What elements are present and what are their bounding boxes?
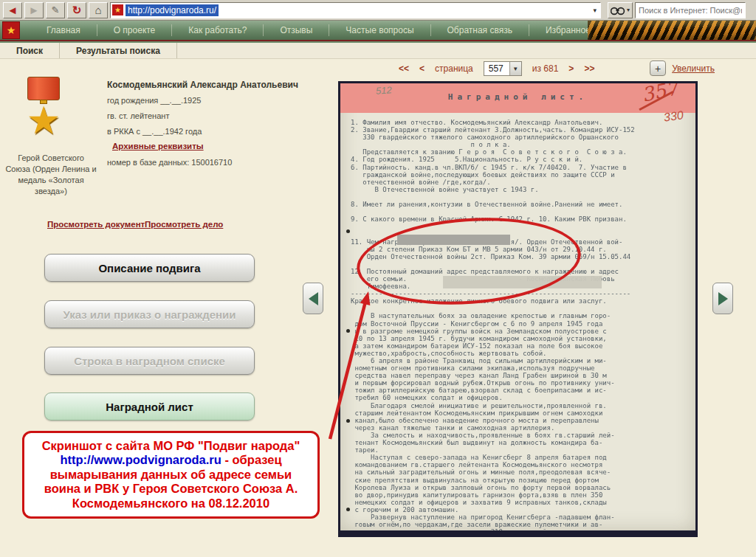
nav-menu-item[interactable]: О проекте <box>97 24 173 36</box>
edit-icon[interactable]: ✎ <box>46 2 65 18</box>
last-page-button[interactable]: >> <box>584 63 594 74</box>
document-line: В Отечественной войне участвует с 1943 г… <box>351 186 695 193</box>
document-line: требил 60 немецких солдат и офицеров. <box>351 394 695 401</box>
document-line: Благодаря смелой инициативе и решительно… <box>351 402 695 409</box>
hole-punch <box>346 329 350 333</box>
page-label: страница <box>435 63 473 74</box>
document-line <box>351 208 695 215</box>
hero-name: Космодемьянский Александр Анатольевич <box>107 80 298 90</box>
feat-description-button[interactable]: Описание подвига <box>44 254 255 282</box>
archive-details-link[interactable]: Архивные реквизиты <box>112 142 204 151</box>
url-dropdown-icon[interactable]: ▾ <box>591 7 599 14</box>
first-page-button[interactable]: << <box>399 63 409 74</box>
nav-menu: ГлавнаяО проектеКак работать?ОтзывыЧасты… <box>30 21 660 40</box>
award-sheet-scan: Наградной лист. 512 357 330 1. Фамилия и… <box>338 81 698 537</box>
nav-menu-item[interactable]: Отзывы <box>264 24 329 36</box>
arrow-left-icon <box>309 292 318 305</box>
redaction-box-rvk <box>397 235 510 245</box>
document-line: 6. Партийность. канд.в чл.ВКП/б/ с 1945 … <box>351 164 695 171</box>
document-line: 12. Постоянный домашний адрес представля… <box>351 268 695 275</box>
document-line: а затем командиром батареи ИСУ-152 показ… <box>351 342 695 350</box>
site-favicon-icon: ★ <box>112 4 123 15</box>
page-total-label: из 681 <box>532 63 559 74</box>
hero-rank: гв. ст. лейтенант <box>107 111 169 120</box>
document-line: старшим лейтенантом Космодемьянским прик… <box>351 409 695 417</box>
site-navbar: ★ ГлавнаяО проектеКак работать?ОтзывыЧас… <box>0 21 756 40</box>
document-line: канал,было обеспечено наведение прочного… <box>351 417 695 424</box>
st-george-ribbon <box>588 21 756 40</box>
award-sheet-button[interactable]: Наградной лист <box>44 392 255 421</box>
nav-menu-item[interactable]: Главная <box>30 24 97 36</box>
tab-search-results[interactable]: Результаты поиска <box>60 43 177 58</box>
document-line: мужество,храбрость,способность жертвоват… <box>351 350 695 357</box>
document-line <box>351 305 695 312</box>
decree-button[interactable]: Указ или приказ о награждении <box>44 300 255 328</box>
search-area: ▾ <box>608 2 746 18</box>
document-line: гражданской войне,последующих боевых дей… <box>351 171 695 179</box>
document-line: и первым форсировал водный рубеж.Открыв … <box>351 379 695 387</box>
document-line: 4. Год рождения. 1925 5.Национальность. … <box>351 156 695 163</box>
document-line: через канал тяжелые танки и самоходная а… <box>351 424 695 432</box>
gold-star-medal-image: ★ <box>22 77 65 148</box>
next-page-button[interactable]: > <box>568 63 574 74</box>
nav-menu-item[interactable]: Обратная связь <box>431 24 529 36</box>
zoom-in-link[interactable]: Увеличить <box>672 63 715 74</box>
document-line: средства навел переправу через канал Лан… <box>351 372 695 379</box>
document-line: томатчики оказал серьезную помощь 319 ст… <box>351 528 695 536</box>
address-bar[interactable]: ★ http://podvignaroda.ru/ ▾ <box>110 2 601 18</box>
refresh-icon[interactable]: ↻ <box>67 2 86 18</box>
medal-ribbon <box>27 77 60 100</box>
view-document-link[interactable]: Просмотреть документ <box>47 220 145 229</box>
tab-search[interactable]: Поиск <box>0 43 60 58</box>
document-line: нометным огнем противника силами экипажа… <box>351 364 695 372</box>
redaction-box-address <box>443 276 602 288</box>
arrow-right-icon <box>718 292 728 305</box>
document-line: 8. Имеет ли ранения,контузии в Отечестве… <box>351 201 695 208</box>
document-line: Развернув наступление на пригород Кенигс… <box>351 513 695 521</box>
document-line <box>351 193 695 201</box>
document-line: За смелость и находчивость,проявленные в… <box>351 432 695 439</box>
pager: << < страница 557 ▼ из 681 > >> <box>399 61 594 76</box>
document-line: 2. Звание,Гвардии старший лейтенант 3.До… <box>351 126 695 134</box>
gold-star-icon: ★ <box>22 101 65 139</box>
handwritten-page-number: 512 <box>376 84 393 96</box>
web-search-input[interactable] <box>635 2 746 18</box>
view-case-link[interactable]: Просмотреть дело <box>145 220 223 229</box>
hero-rkka: в РККА с __.__.1942 года <box>107 127 202 136</box>
hole-punch <box>346 508 350 511</box>
hero-birth: год рождения __.__.1925 <box>107 96 201 105</box>
nav-menu-item[interactable]: Как работать? <box>172 24 264 36</box>
document-line: Представляется к званию Г е р о я С о в … <box>351 148 695 156</box>
document-line: говым огнём,по чердакам,где засели враже… <box>351 521 695 528</box>
prev-image-button[interactable] <box>303 283 323 314</box>
document-line: и в разгроме немецкой группы войск на Зе… <box>351 328 695 335</box>
page-select[interactable]: 557 ▼ <box>484 61 522 76</box>
document-line: 330 гвардейского тяжелого самоходного ар… <box>351 134 695 141</box>
url-text[interactable]: http://podvignaroda.ru/ <box>126 4 219 16</box>
binoculars-dropdown-icon[interactable]: ▾ <box>627 7 630 13</box>
back-icon[interactable]: ◄ <box>3 2 22 18</box>
document-line <box>351 223 695 230</box>
next-image-button[interactable] <box>712 283 733 314</box>
site-logo-icon[interactable]: ★ <box>2 21 20 39</box>
binoculars-icon[interactable]: ▾ <box>608 2 633 18</box>
document-line <box>351 260 695 268</box>
document-line: с горючим и 200 автомашин. <box>351 506 695 513</box>
page-select-arrow-icon[interactable]: ▼ <box>509 62 521 75</box>
medal-caption: Герой Советского Союза (Орден Ленина и м… <box>4 153 97 196</box>
document-line: 9. С какого времени в Красной Армии. С 1… <box>351 215 695 223</box>
database-number: номер в базе данных: 150016710 <box>107 158 232 167</box>
award-list-row-button[interactable]: Строка в наградном списке <box>44 347 255 375</box>
prev-page-button[interactable]: < <box>419 63 425 74</box>
nav-menu-item[interactable]: Частые вопросы <box>329 24 430 36</box>
home-icon[interactable]: ⌂ <box>89 2 108 18</box>
document-line: Королева Луиза и открыв залповый огонь п… <box>351 484 695 491</box>
binoculars-glyph <box>611 5 625 15</box>
document-line: немецких солдат и офицеров и захватив 9 … <box>351 499 695 506</box>
document-line: тенант Космодемьянский был выдвинут на д… <box>351 439 695 446</box>
browser-toolbar: ◄ ► ✎ ↻ ⌂ ★ http://podvignaroda.ru/ ▾ ▾ <box>0 0 756 21</box>
document-line: В наступательных боях за овладение крепо… <box>351 312 695 319</box>
forward-icon[interactable]: ► <box>24 2 44 18</box>
zoom-plus-button[interactable]: + <box>650 60 666 76</box>
document-line: ----------------------------------------… <box>351 290 695 297</box>
